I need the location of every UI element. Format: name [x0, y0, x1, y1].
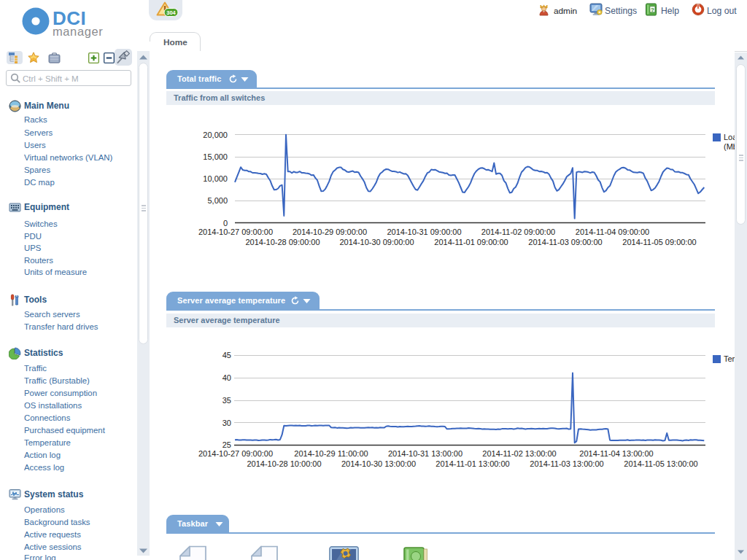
svg-text:2014-10-31 09:00:00: 2014-10-31 09:00:00 — [387, 228, 461, 236]
svg-text:2014-10-27 09:00:00: 2014-10-27 09:00:00 — [198, 228, 273, 236]
svg-text:2014-11-03 09:00:00: 2014-11-03 09:00:00 — [528, 238, 602, 246]
svg-text:2014-10-30 13:00:00: 2014-10-30 13:00:00 — [341, 459, 416, 468]
svg-text:40: 40 — [222, 373, 231, 382]
svg-text:2014-10-27 09:00:00: 2014-10-27 09:00:00 — [198, 449, 273, 458]
svg-text:2014-11-05 09:00:00: 2014-11-05 09:00:00 — [622, 238, 696, 246]
svg-text:20,000: 20,000 — [203, 131, 228, 139]
svg-text:35: 35 — [222, 396, 231, 405]
svg-text:Load average: Load average — [724, 133, 735, 141]
svg-text:2014-10-28 09:00:00: 2014-10-28 09:00:00 — [245, 238, 320, 246]
svg-text:2014-11-02 13:00:00: 2014-11-02 13:00:00 — [482, 449, 556, 458]
svg-text:?: ? — [651, 7, 654, 13]
svg-text:2014-11-01 09:00:00: 2014-11-01 09:00:00 — [434, 238, 508, 246]
svg-text:2014-11-04 13:00:00: 2014-11-04 13:00:00 — [579, 449, 653, 458]
svg-text:25: 25 — [222, 440, 231, 449]
svg-text:2014-10-29 09:00:00: 2014-10-29 09:00:00 — [293, 228, 367, 236]
svg-text:manager: manager — [53, 25, 103, 38]
svg-text:15,000: 15,000 — [203, 152, 228, 161]
svg-text:2014-11-03 13:00:00: 2014-11-03 13:00:00 — [530, 459, 603, 468]
svg-text:10,000: 10,000 — [203, 174, 228, 183]
svg-text:0: 0 — [223, 219, 228, 228]
svg-text:2014-10-29 11:00:00: 2014-10-29 11:00:00 — [294, 449, 368, 458]
svg-text:2014-11-02 09:00:00: 2014-11-02 09:00:00 — [481, 228, 555, 236]
svg-text:304: 304 — [166, 9, 176, 16]
svg-text:2014-11-04 09:00:00: 2014-11-04 09:00:00 — [576, 228, 649, 236]
svg-text:Temperature (C): Temperature (C) — [724, 354, 735, 363]
svg-text:2014-10-31 13:00:00: 2014-10-31 13:00:00 — [388, 449, 462, 458]
svg-text:2014-10-30 09:00:00: 2014-10-30 09:00:00 — [339, 238, 414, 246]
svg-text:2014-11-01 13:00:00: 2014-11-01 13:00:00 — [436, 459, 509, 468]
svg-text:2014-11-05 13:00:00: 2014-11-05 13:00:00 — [624, 459, 697, 468]
svg-text:45: 45 — [222, 351, 231, 359]
svg-text:2014-10-28 10:00:00: 2014-10-28 10:00:00 — [247, 459, 321, 468]
svg-text:(Mbit/s): (Mbit/s) — [724, 142, 735, 151]
svg-text:5,000: 5,000 — [207, 196, 228, 205]
svg-text:30: 30 — [222, 419, 231, 427]
